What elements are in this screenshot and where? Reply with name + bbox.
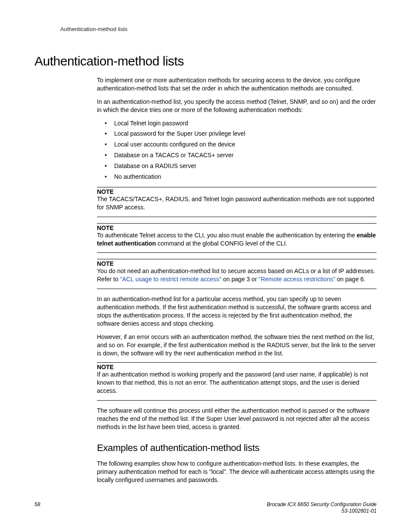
note-text-mid: on page 3 or <box>221 276 258 283</box>
note-rule-top <box>97 362 377 363</box>
note-text: If an authentication method is working p… <box>97 370 377 395</box>
note-block-3: NOTE You do not need an authentication-m… <box>97 259 377 289</box>
note-rule-bottom <box>97 252 377 253</box>
note-rule-bottom <box>97 289 377 289</box>
note-block-1: NOTE The TACACS/TACACS+, RADIUS, and Tel… <box>97 187 377 217</box>
note-rule-top <box>97 259 377 259</box>
note-rule-top <box>97 223 377 224</box>
heading-authentication-method-lists: Authentication-method lists <box>34 54 377 68</box>
document-info: Brocade ICX 6650 Security Configuration … <box>267 501 377 515</box>
auth-methods-list: Local Telnet login password Local passwo… <box>105 119 377 181</box>
list-item: Database on a TACACS or TACACS+ server <box>105 151 377 159</box>
list-item: Local Telnet login password <box>105 119 377 128</box>
body-paragraph: In an authentication-method list for a p… <box>97 295 377 328</box>
list-item: Local password for the Super User privil… <box>105 130 377 138</box>
body-paragraph: The software will continue this process … <box>97 407 377 431</box>
heading-examples-of-auth-method-lists: Examples of authentication-method lists <box>97 442 377 454</box>
note-text-pre: To authenticate Telnet access to the CLI… <box>97 232 357 239</box>
link-acl-usage[interactable]: "ACL usage to restrict remote access" <box>120 276 221 283</box>
note-rule-bottom <box>97 217 377 217</box>
note-text-post: command at the global CONFIG level of th… <box>156 240 287 247</box>
list-item: Local user accounts configured on the de… <box>105 140 377 149</box>
body-column: To implement one or more authentication … <box>97 76 377 484</box>
intro-paragraph-2: In an authentication-method list, you sp… <box>97 98 377 114</box>
body-paragraph: The following examples show how to confi… <box>97 460 377 484</box>
note-text: The TACACS/TACACS+, RADIUS, and Telnet l… <box>97 195 377 212</box>
list-item: Database on a RADIUS server <box>105 162 377 170</box>
body-paragraph: However, if an error occurs with an auth… <box>97 333 377 358</box>
document-id: 53-1002601-01 <box>267 508 377 515</box>
page-number: 58 <box>34 501 40 507</box>
note-label: NOTE <box>97 364 377 370</box>
note-label: NOTE <box>97 188 377 195</box>
document-title: Brocade ICX 6650 Security Configuration … <box>267 501 377 508</box>
page-footer: 58 Brocade ICX 6650 Security Configurati… <box>34 501 377 515</box>
note-label: NOTE <box>97 224 377 231</box>
note-text: To authenticate Telnet access to the CLI… <box>97 231 377 248</box>
note-rule-bottom <box>97 400 377 401</box>
running-header: Authentication-method lists <box>60 26 377 32</box>
note-block-4: NOTE If an authentication method is work… <box>97 362 377 401</box>
note-block-2: NOTE To authenticate Telnet access to th… <box>97 223 377 253</box>
list-item: No authentication <box>105 173 377 181</box>
link-remote-access-restrictions[interactable]: "Remote access restrictions" <box>258 276 335 283</box>
note-rule-top <box>97 187 377 187</box>
note-label: NOTE <box>97 260 377 267</box>
note-text: You do not need an authentication-method… <box>97 267 377 283</box>
page-container: Authentication-method lists Authenticati… <box>0 0 411 532</box>
note-text-post: on page 6. <box>335 276 365 283</box>
intro-paragraph-1: To implement one or more authentication … <box>97 76 377 93</box>
